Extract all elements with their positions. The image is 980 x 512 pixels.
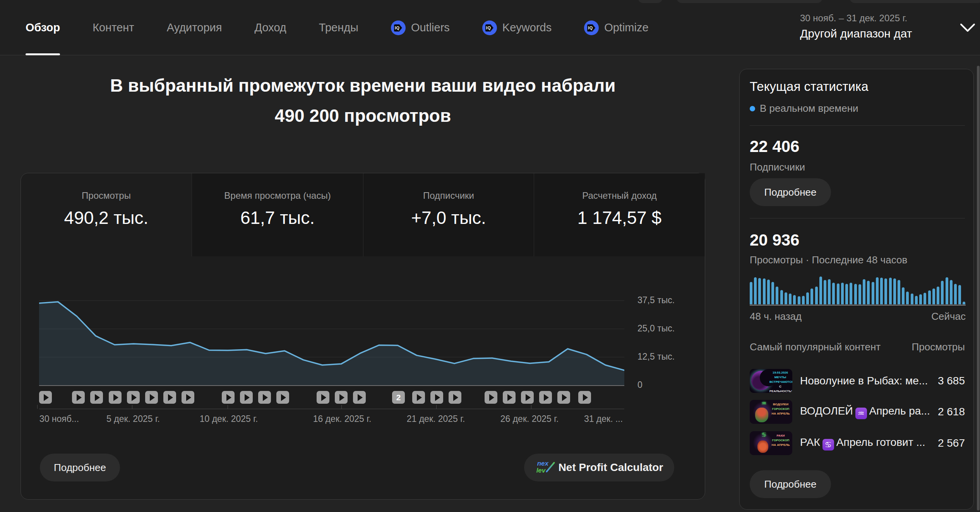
- y-axis-label: 37,5 тыс.: [637, 295, 699, 305]
- top-content-see-more-button[interactable]: Подробнее: [750, 470, 831, 498]
- realtime-bar: [810, 288, 813, 304]
- tab-доход[interactable]: Доход: [254, 0, 286, 55]
- top-content-row[interactable]: 19.03.2026МЕЧТЫВСТРЕЧАЮТСЯС РЕАЛЬНОСТЬЮН…: [750, 368, 965, 394]
- video-marker[interactable]: [90, 391, 103, 404]
- thumbnail-text-line: РАКИ: [770, 433, 791, 438]
- realtime-bar: [789, 294, 792, 304]
- play-icon: [113, 394, 118, 401]
- tab-тренды[interactable]: Тренды: [319, 0, 358, 55]
- thumbnail-text-line: ГОРОСКОП: [770, 407, 791, 411]
- top-content-row[interactable]: ♒ВОДОЛЕИГОРОСКОПНА АПРЕЛЬВОДОЛЕЙ♒Апрель …: [750, 399, 965, 425]
- video-marker[interactable]: [485, 391, 497, 404]
- play-icon: [339, 394, 344, 401]
- video-marker[interactable]: [109, 391, 122, 404]
- realtime-bar: [932, 288, 935, 304]
- realtime-bar: [958, 285, 961, 304]
- see-more-button[interactable]: Подробнее: [40, 454, 120, 481]
- metric-tab-2[interactable]: Время просмотра (часы)61,7 тыс.: [192, 173, 363, 256]
- zodiac-emoji-icon: ♋: [822, 439, 834, 451]
- video-marker[interactable]: [276, 391, 289, 404]
- play-icon: [263, 394, 268, 401]
- video-marker[interactable]: [127, 391, 140, 404]
- play-icon: [95, 394, 100, 401]
- vidiq-icon: IQ: [482, 20, 497, 35]
- tab-контент[interactable]: Контент: [93, 0, 134, 55]
- realtime-bar: [832, 283, 835, 304]
- x-axis-tick: [37, 405, 38, 409]
- play-icon: [77, 394, 82, 401]
- video-thumbnail: 19.03.2026МЕЧТЫВСТРЕЧАЮТСЯС РЕАЛЬНОСТЬЮ: [750, 369, 792, 393]
- video-marker[interactable]: [353, 391, 366, 404]
- tab-label: Тренды: [319, 21, 358, 34]
- vidiq-icon: IQ: [391, 20, 406, 35]
- tab-аудитория[interactable]: Аудитория: [167, 0, 222, 55]
- video-title-text: ВОДОЛЕЙ: [800, 405, 853, 417]
- video-marker[interactable]: [258, 391, 271, 404]
- video-marker[interactable]: [145, 391, 158, 404]
- thumbnail-text: ВОДОЛЕИГОРОСКОПНА АПРЕЛЬ: [770, 402, 791, 416]
- tab-keywords[interactable]: IQKeywords: [482, 0, 552, 55]
- page-title-line2: 490 200 просмотров: [21, 101, 705, 131]
- realtime-bar: [858, 284, 861, 304]
- play-icon: [417, 394, 422, 401]
- realtime-bar: [780, 290, 783, 304]
- x-axis-label: 10 дек. 2025 г.: [182, 414, 275, 424]
- video-marker[interactable]: [412, 391, 425, 404]
- chevron-down-icon[interactable]: [959, 22, 976, 35]
- thumbnail-text: 19.03.2026МЕЧТЫВСТРЕЧАЮТСЯС РЕАЛЬНОСТЬЮ: [769, 370, 791, 393]
- tab-outliers[interactable]: IQOutliers: [391, 0, 450, 55]
- play-icon: [321, 394, 326, 401]
- analytics-tabs: ОбзорКонтентАудиторияДоходТрендыIQOutlie…: [26, 0, 649, 55]
- tab-обзор[interactable]: Обзор: [26, 0, 60, 55]
- tab-label: Outliers: [411, 21, 450, 34]
- video-marker[interactable]: [72, 391, 85, 404]
- tab-optimize[interactable]: IQOptimize: [584, 0, 648, 55]
- realtime-bar: [884, 278, 887, 304]
- subscribers-see-more-button[interactable]: Подробнее: [750, 178, 831, 206]
- thumbnail-text-line: МЕЧТЫ: [769, 375, 791, 380]
- video-marker[interactable]: [163, 391, 176, 404]
- realtime-bar: [785, 292, 787, 304]
- metric-tab-3[interactable]: Подписчики+7,0 тыс.: [363, 173, 534, 256]
- video-marker[interactable]: [39, 391, 52, 404]
- vertical-scrollbar[interactable]: [977, 66, 980, 510]
- video-marker[interactable]: [222, 391, 235, 404]
- realtime-bar: [793, 295, 796, 304]
- play-icon: [150, 394, 155, 401]
- top-content-row[interactable]: ♋РАКИГОРОСКОПНА АПРЕЛЬРАК♋Апрель готовит…: [750, 430, 965, 456]
- video-marker[interactable]: [557, 391, 570, 404]
- subscribers-label: Подписчики: [750, 161, 805, 173]
- metric-tab-4[interactable]: Расчетный доход1 174,57 $: [534, 173, 705, 256]
- top-content-header-right: Просмотры: [912, 341, 965, 353]
- video-thumbnail: ♋РАКИГОРОСКОПНА АПРЕЛЬ: [750, 431, 792, 455]
- video-title: Новолуние в Рыбах: ме...: [800, 375, 933, 387]
- metric-label: Время просмотра (часы): [192, 190, 363, 201]
- video-marker[interactable]: [449, 391, 461, 404]
- video-marker-cluster[interactable]: 2: [392, 391, 405, 404]
- video-marker[interactable]: [240, 391, 253, 404]
- video-marker[interactable]: [182, 391, 194, 404]
- video-marker[interactable]: [430, 391, 443, 404]
- video-marker[interactable]: [503, 391, 516, 404]
- top-nav: ОбзорКонтентАудиторияДоходТрендыIQOutlie…: [0, 0, 980, 55]
- realtime-live-row: В реальном времени: [750, 102, 858, 114]
- video-marker[interactable]: [335, 391, 348, 404]
- top-content-header: Самый популярный контент Просмотры: [750, 341, 965, 353]
- metric-tab-1[interactable]: Просмотры490,2 тыс.: [21, 173, 192, 256]
- video-marker[interactable]: [317, 391, 329, 404]
- video-marker[interactable]: [578, 391, 591, 404]
- metric-label: Расчетный доход: [534, 190, 705, 201]
- play-icon: [281, 394, 286, 401]
- thumbnail-text-line: НА АПРЕЛЬ: [770, 443, 791, 447]
- date-range-value: 30 нояб. – 31 дек. 2025 г.: [800, 13, 907, 24]
- realtime-views-count: 20 936: [750, 231, 799, 249]
- line-chart-canvas[interactable]: [39, 270, 624, 387]
- realtime-bar: [850, 283, 852, 304]
- realtime-bar: [867, 281, 870, 304]
- video-marker[interactable]: [539, 391, 552, 404]
- date-range-selector[interactable]: Другой диапазон дат: [800, 27, 912, 40]
- net-profit-calculator-button[interactable]: nexlev Net Profit Calculator: [524, 454, 674, 481]
- zodiac-emoji-icon: ♒: [855, 408, 867, 419]
- video-marker[interactable]: [521, 391, 534, 404]
- realtime-chart-baseline: [750, 305, 966, 305]
